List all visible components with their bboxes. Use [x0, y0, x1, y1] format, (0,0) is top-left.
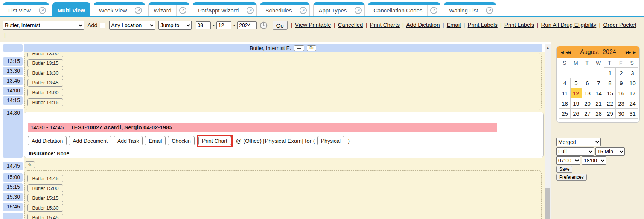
- tab-label[interactable]: Cancellation Codes: [368, 5, 427, 16]
- collapse-column-button[interactable]: —: [294, 45, 304, 51]
- calendar-day[interactable]: 25: [559, 108, 571, 119]
- open-in-new-window-button[interactable]: ↗: [297, 5, 309, 16]
- appointment-action-button[interactable]: Add Task: [114, 136, 143, 145]
- calendar-day[interactable]: 31: [627, 108, 638, 119]
- slot-button[interactable]: Butler 15:45: [27, 214, 63, 219]
- open-in-new-window-button[interactable]: ↗: [352, 5, 364, 16]
- tab[interactable]: Pat/Appt Wizard ↗: [193, 2, 257, 16]
- tab[interactable]: Appt Types ↗: [313, 2, 365, 16]
- calendar-day[interactable]: 8: [604, 78, 616, 88]
- vertical-scrollbar[interactable]: ▲: [545, 44, 551, 219]
- toolbar-link[interactable]: Order Packet: [603, 21, 636, 28]
- calendar-day[interactable]: 23: [615, 98, 627, 109]
- appointment-action-button[interactable]: Add Dictation: [28, 136, 67, 145]
- calendar-day[interactable]: 28: [593, 108, 604, 119]
- toolbar-link[interactable]: Print Labels: [504, 21, 534, 28]
- slot-button[interactable]: Butler 13:30: [27, 69, 63, 77]
- calendar-day[interactable]: 4: [559, 78, 571, 88]
- calendar-day[interactable]: 10: [627, 78, 638, 88]
- view-mode-select[interactable]: Merged: [556, 138, 601, 146]
- calendar-next-button[interactable]: ▶: [632, 50, 636, 54]
- slot-button[interactable]: Butler 15:15: [27, 194, 63, 202]
- toolbar-link[interactable]: Cancelled: [338, 21, 363, 28]
- start-time-select[interactable]: 07:00: [556, 156, 580, 165]
- tab[interactable]: Wizard ↗: [148, 2, 189, 16]
- slot-button[interactable]: Butler 14:15: [27, 98, 63, 106]
- calendar-day[interactable]: 24: [627, 98, 638, 109]
- slot-button[interactable]: Butler 14:45: [27, 175, 63, 182]
- open-in-new-window-button[interactable]: ↗: [483, 5, 496, 16]
- calendar-day[interactable]: 13: [582, 88, 593, 98]
- calendar-day[interactable]: 30: [615, 108, 627, 119]
- open-in-new-window-button[interactable]: ↗: [176, 5, 189, 16]
- print-chart-button[interactable]: Print Chart: [198, 136, 231, 145]
- calendar-day[interactable]: [570, 67, 582, 78]
- provider-select[interactable]: Butler, Internist: [3, 21, 84, 30]
- save-button[interactable]: Save: [556, 166, 572, 173]
- clock-icon[interactable]: [260, 21, 268, 29]
- scroll-up-arrow[interactable]: ▲: [545, 44, 551, 51]
- slot-button[interactable]: Butler 14:00: [27, 89, 63, 96]
- tab[interactable]: Schedules ↗: [260, 2, 310, 16]
- calendar-day[interactable]: 26: [570, 108, 582, 119]
- tab[interactable]: Waiting List ↗: [444, 2, 496, 16]
- appointment-action-button[interactable]: Checkin: [168, 136, 195, 145]
- preferences-button[interactable]: Preferences: [556, 174, 587, 181]
- slot-button[interactable]: Butler 13:15: [27, 59, 63, 67]
- calendar-day[interactable]: 2: [615, 67, 627, 78]
- calendar-day[interactable]: 21: [593, 98, 604, 109]
- scrollbar-thumb[interactable]: [545, 188, 550, 219]
- tab[interactable]: Week View ↗: [94, 2, 145, 16]
- open-in-new-window-button[interactable]: ↗: [244, 5, 256, 16]
- tab-label[interactable]: Pat/Appt Wizard: [193, 5, 244, 16]
- open-in-new-window-button[interactable]: ↗: [427, 5, 440, 16]
- end-time-select[interactable]: 18:00: [582, 156, 606, 165]
- calendar-prev-button[interactable]: ◀: [560, 50, 565, 54]
- toolbar-link[interactable]: Add Dictation: [406, 21, 440, 28]
- calendar-next-fast-button[interactable]: ▶▶: [624, 50, 632, 54]
- fb-button[interactable]: f/b: [307, 45, 316, 51]
- calendar-day[interactable]: 20: [582, 98, 593, 109]
- calendar-prev-fast-button[interactable]: ◀◀: [565, 50, 572, 54]
- tab-label[interactable]: Week View: [94, 5, 132, 16]
- date-day-input[interactable]: [216, 21, 231, 29]
- appointment-time-link[interactable]: 14:30 - 14:45: [30, 124, 64, 130]
- go-button[interactable]: Go: [273, 21, 288, 30]
- calendar-day[interactable]: 5: [570, 78, 582, 88]
- tab-label[interactable]: Appt Types: [314, 5, 352, 16]
- provider-header-link[interactable]: Butler, Internist E.: [250, 45, 291, 51]
- calendar-day[interactable]: 12: [570, 88, 582, 98]
- toolbar-link[interactable]: Print Labels: [468, 21, 498, 28]
- toolbar-link[interactable]: Run All Drug Eligibility: [541, 21, 597, 28]
- interval-select[interactable]: 15 Min.: [595, 147, 625, 156]
- tab-label[interactable]: Wizard: [149, 5, 176, 16]
- jump-to-select[interactable]: Jump to: [158, 21, 192, 30]
- slot-button[interactable]: Butler 15:30: [27, 204, 63, 212]
- calendar-day[interactable]: 19: [570, 98, 582, 109]
- tab[interactable]: Cancellation Codes ↗: [368, 2, 440, 16]
- calendar-day[interactable]: 11: [559, 88, 571, 98]
- density-select[interactable]: Full: [556, 147, 594, 156]
- date-month-input[interactable]: [196, 21, 211, 29]
- toolbar-link[interactable]: Print Charts: [370, 21, 400, 28]
- appointment-patient-link[interactable]: TEST-10027 Acardi, Sergio 04-02-1985: [70, 124, 172, 130]
- toolbar-link[interactable]: View Printable: [295, 21, 331, 28]
- date-year-input[interactable]: [237, 21, 257, 29]
- calendar-day[interactable]: 18: [559, 98, 571, 109]
- calendar-day[interactable]: 27: [582, 108, 593, 119]
- appointment-action-button[interactable]: Email: [145, 136, 166, 145]
- calendar-day[interactable]: 1: [604, 67, 616, 78]
- calendar-day[interactable]: [559, 67, 571, 78]
- edit-slot-button[interactable]: ✎: [25, 161, 35, 168]
- tab-label[interactable]: List View: [3, 5, 36, 16]
- calendar-day[interactable]: 29: [604, 108, 616, 119]
- calendar-day[interactable]: 22: [604, 98, 616, 109]
- calendar-day[interactable]: 17: [627, 88, 638, 98]
- slot-button[interactable]: Butler 15:00: [27, 184, 63, 192]
- calendar-day[interactable]: [582, 67, 593, 78]
- open-in-new-window-button[interactable]: ↗: [36, 5, 49, 16]
- calendar-day[interactable]: 14: [593, 88, 604, 98]
- calendar-day[interactable]: 3: [627, 67, 638, 78]
- slot-button[interactable]: Butler 13:00: [27, 53, 63, 57]
- toolbar-link[interactable]: Email: [447, 21, 461, 28]
